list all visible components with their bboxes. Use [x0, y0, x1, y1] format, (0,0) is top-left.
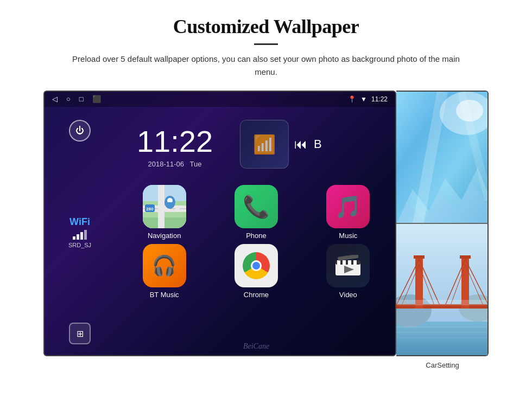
clock-time: 11:22: [137, 126, 213, 157]
wifi-bars: [68, 230, 91, 240]
power-icon: ⏻: [75, 126, 84, 136]
wifi-broadcast-icon: 📶: [253, 133, 276, 155]
phone-glyph: 📞: [243, 194, 270, 220]
clock-widget: 11:22 2018-11-06 Tue: [115, 109, 235, 179]
screen-wrapper: ◁ ○ □ ⬛ 📍 ▼ 11:22 ⏻ WiFi: [43, 91, 489, 356]
app-item-btmusic[interactable]: 🎧 BT Music: [121, 244, 208, 299]
navigation-svg: 280: [143, 185, 186, 228]
bridge-scene: [396, 224, 487, 355]
page-title: Customized Wallpaper: [173, 15, 359, 38]
wifi-label: WiFi: [68, 216, 91, 228]
chrome-label: Chrome: [244, 291, 269, 299]
status-bar: ◁ ○ □ ⬛ 📍 ▼ 11:22: [45, 92, 395, 107]
clock-date: 2018-11-06 Tue: [148, 160, 201, 168]
svg-rect-16: [337, 260, 340, 265]
watermark: BeiCane: [243, 342, 269, 351]
signal-bar-4: [84, 230, 87, 240]
svg-rect-20: [338, 255, 359, 261]
svg-point-28: [456, 100, 483, 121]
video-clapper-svg: [334, 255, 362, 277]
menu-button[interactable]: ⊞: [69, 323, 91, 344]
music-icon: 🎵: [326, 185, 370, 228]
app-grid: 280 Navigation 📞: [115, 185, 396, 299]
ice-texture: [396, 92, 487, 223]
video-icon: [326, 244, 370, 287]
app-item-navigation[interactable]: 280 Navigation: [121, 185, 208, 240]
left-sidebar: ⏻ WiFi SRD_SJ ⊞: [45, 109, 115, 355]
wifi-signal-icon: ▼: [360, 95, 367, 103]
wifi-info: WiFi SRD_SJ: [68, 216, 91, 248]
ice-svg: [396, 92, 489, 223]
prev-track-icon[interactable]: ⏮: [294, 137, 307, 152]
media-label: B: [314, 137, 322, 151]
app-item-video[interactable]: Video: [305, 244, 392, 299]
media-controls: ⏮ B: [294, 137, 322, 152]
wallpaper-thumbnails: [396, 91, 489, 356]
back-icon[interactable]: ◁: [52, 95, 58, 104]
app-item-music[interactable]: 🎵 Music: [305, 185, 392, 240]
svg-rect-19: [353, 260, 357, 265]
wifi-widget: 📶: [240, 120, 289, 169]
home-icon[interactable]: ○: [66, 95, 71, 104]
app-item-chrome[interactable]: Chrome: [212, 244, 300, 299]
svg-text:280: 280: [146, 207, 154, 211]
wallpaper-thumb-ice[interactable]: [396, 91, 489, 223]
carsetting-label: CarSetting: [396, 361, 489, 369]
chrome-ring: [243, 252, 270, 279]
chrome-center: [251, 260, 262, 271]
location-icon: 📍: [348, 95, 356, 103]
phone-icon: 📞: [235, 185, 278, 228]
signal-bar-3: [80, 232, 83, 240]
svg-rect-18: [348, 260, 351, 265]
bridge-svg: [396, 224, 489, 356]
chrome-icon: [235, 244, 278, 287]
svg-rect-4: [158, 185, 164, 228]
menu-icon: ⊞: [77, 329, 84, 339]
navigation-icon: 280: [143, 185, 186, 228]
bluetooth-glyph: 🎧: [152, 254, 176, 277]
status-time: 11:22: [371, 95, 388, 103]
main-content: 11:22 2018-11-06 Tue 📶 ⏮ B: [115, 109, 396, 355]
wifi-ssid: SRD_SJ: [68, 242, 91, 248]
page-subtitle: Preload over 5 default wallpaper options…: [65, 53, 467, 79]
status-right: 📍 ▼ 11:22: [348, 95, 388, 103]
video-label: Video: [339, 291, 357, 299]
recents-icon[interactable]: □: [79, 95, 84, 104]
page-container: Customized Wallpaper Preload over 5 defa…: [0, 0, 532, 411]
signal-bar-1: [73, 236, 75, 240]
svg-rect-8: [180, 208, 186, 209]
android-screen: ◁ ○ □ ⬛ 📍 ▼ 11:22 ⏻ WiFi: [43, 91, 396, 356]
music-label: Music: [339, 232, 357, 240]
screenshot-icon[interactable]: ⬛: [92, 95, 101, 104]
svg-rect-49: [396, 300, 489, 305]
btmusic-icon: 🎧: [143, 244, 186, 287]
app-item-phone[interactable]: 📞 Phone: [212, 185, 300, 240]
btmusic-label: BT Music: [150, 291, 179, 299]
svg-rect-35: [414, 255, 425, 259]
music-glyph: 🎵: [334, 194, 362, 220]
title-divider: [254, 43, 278, 45]
power-button[interactable]: ⏻: [69, 120, 91, 142]
svg-rect-17: [343, 260, 346, 265]
svg-rect-37: [460, 255, 471, 259]
status-left: ◁ ○ □ ⬛: [52, 95, 101, 104]
wallpaper-thumb-bridge[interactable]: [396, 223, 489, 356]
navigation-label: Navigation: [148, 232, 181, 240]
top-widgets: 📶 ⏮ B: [235, 109, 396, 179]
signal-bar-2: [77, 234, 79, 240]
phone-label: Phone: [246, 232, 267, 240]
